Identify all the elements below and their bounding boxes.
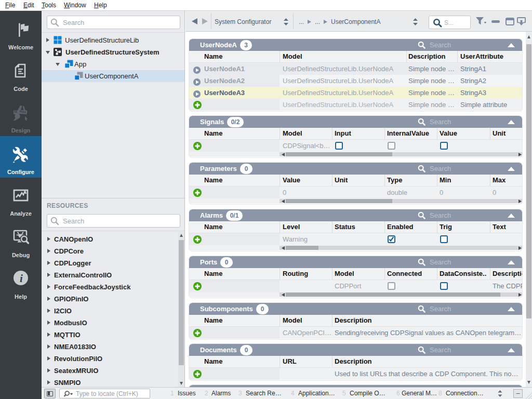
svg-text:i: i bbox=[20, 272, 23, 285]
